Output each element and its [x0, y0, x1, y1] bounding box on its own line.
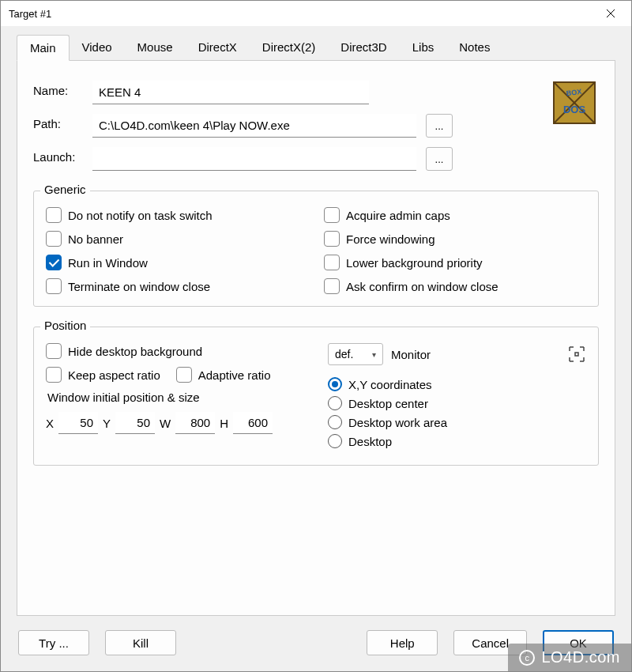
monitor-label: Monitor [391, 348, 431, 361]
path-input[interactable] [92, 114, 416, 138]
init-pos-label: Window initial position & size [47, 391, 304, 404]
radio-xy[interactable] [328, 377, 342, 391]
position-title: Position [40, 319, 90, 332]
chevron-down-icon: ▾ [372, 350, 376, 359]
cb-run-in-window[interactable] [46, 255, 62, 270]
tab-mouse[interactable]: Mouse [125, 35, 186, 61]
h-label: H [220, 417, 228, 430]
copyright-icon: c [519, 650, 535, 666]
name-label: Name: [33, 81, 92, 97]
help-button[interactable]: Help [367, 630, 438, 655]
cb-terminate-close[interactable] [46, 278, 62, 294]
cb-admin-caps-label: Acquire admin caps [346, 209, 450, 222]
cb-adaptive[interactable] [176, 367, 192, 383]
radio-workarea-label: Desktop work area [348, 416, 447, 429]
cb-keep-aspect[interactable] [46, 367, 62, 383]
cb-lower-priority-label: Lower background priority [346, 256, 483, 270]
position-group: Position Hide desktop background Keep as… [33, 327, 599, 466]
x-label: X [46, 417, 54, 430]
cb-no-notify-label: Do not notify on task switch [68, 209, 213, 222]
generic-title: Generic [40, 183, 90, 196]
monitor-combo-value: def. [335, 348, 353, 361]
w-input[interactable] [175, 412, 215, 434]
watermark: c LO4D.com [508, 644, 631, 671]
window-title: Target #1 [9, 8, 598, 20]
name-input[interactable] [92, 81, 369, 104]
cb-hide-desktop[interactable] [46, 343, 62, 359]
radio-desktop[interactable] [328, 434, 342, 448]
watermark-text: LO4D.com [541, 648, 620, 666]
tab-notes[interactable]: Notes [446, 35, 502, 61]
launch-browse-button[interactable]: ... [426, 147, 453, 171]
cb-hide-desktop-label: Hide desktop background [68, 345, 202, 358]
y-label: Y [103, 417, 111, 430]
w-label: W [160, 417, 171, 430]
radio-workarea[interactable] [328, 415, 342, 429]
cb-force-window[interactable] [324, 231, 340, 247]
cb-no-notify[interactable] [46, 207, 62, 223]
svg-text:DOS: DOS [563, 104, 586, 115]
cb-force-window-label: Force windowing [346, 232, 435, 246]
cb-no-banner-label: No banner [68, 232, 123, 246]
cb-admin-caps[interactable] [324, 207, 340, 223]
tab-panel-main: Name: Path: ... Launch: ... BOX DOS [17, 61, 615, 616]
cb-adaptive-label: Adaptive ratio [198, 368, 271, 382]
launch-label: Launch: [33, 147, 92, 164]
tab-libs[interactable]: Libs [400, 35, 447, 61]
kill-button[interactable]: Kill [105, 630, 176, 655]
tab-directx2[interactable]: DirectX(2) [250, 35, 329, 61]
tab-directx[interactable]: DirectX [186, 35, 250, 61]
dialog-window: Target #1 Main Video Mouse DirectX Direc… [0, 0, 632, 672]
cb-lower-priority[interactable] [324, 255, 340, 270]
tab-bar: Main Video Mouse DirectX DirectX(2) Dire… [17, 34, 615, 61]
x-input[interactable] [58, 412, 98, 434]
close-icon [606, 9, 615, 18]
h-input[interactable] [233, 412, 273, 434]
svg-rect-7 [575, 353, 578, 356]
cb-confirm-close-label: Ask confirm on window close [346, 280, 498, 293]
try-button[interactable]: Try ... [18, 630, 89, 655]
cb-no-banner[interactable] [46, 231, 62, 247]
radio-center[interactable] [328, 396, 342, 410]
radio-center-label: Desktop center [348, 397, 428, 410]
cb-keep-aspect-label: Keep aspect ratio [68, 368, 160, 382]
launch-input[interactable] [92, 147, 416, 171]
cb-terminate-close-label: Terminate on window close [68, 280, 210, 293]
radio-desktop-label: Desktop [348, 435, 392, 448]
path-browse-button[interactable]: ... [426, 114, 453, 138]
tab-main[interactable]: Main [17, 35, 70, 61]
position-picker-icon[interactable] [567, 345, 586, 364]
path-label: Path: [33, 114, 92, 130]
tab-video[interactable]: Video [70, 35, 125, 61]
generic-group: Generic Do not notify on task switch Acq… [33, 191, 599, 307]
tab-direct3d[interactable]: Direct3D [328, 35, 399, 61]
monitor-combo[interactable]: def. ▾ [328, 343, 383, 365]
cb-run-in-window-label: Run in Window [68, 256, 148, 270]
y-input[interactable] [115, 412, 155, 434]
close-button[interactable] [598, 1, 623, 26]
titlebar: Target #1 [1, 1, 631, 26]
radio-xy-label: X,Y coordinates [348, 378, 432, 391]
dosbox-icon: BOX DOS [553, 81, 596, 124]
cb-confirm-close[interactable] [324, 278, 340, 294]
